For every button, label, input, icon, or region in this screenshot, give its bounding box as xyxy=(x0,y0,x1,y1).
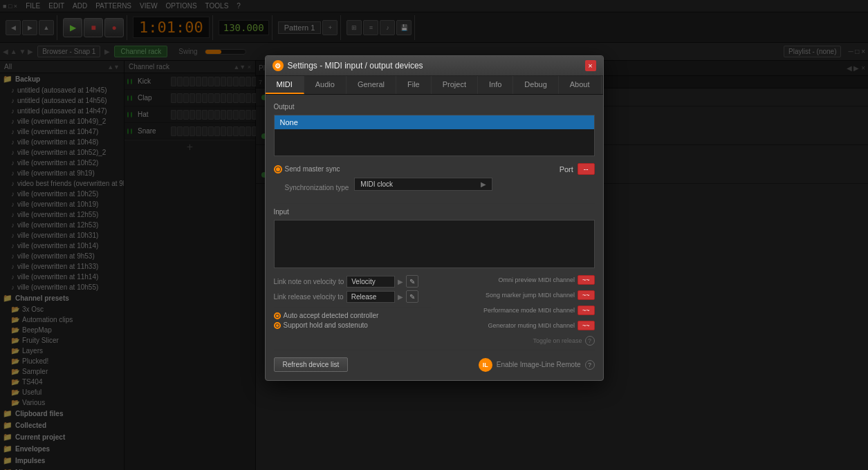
tab-debug[interactable]: Debug xyxy=(513,76,558,94)
modal-titlebar: ⚙ Settings - MIDI input / output devices… xyxy=(266,56,603,76)
output-section-label: Output xyxy=(274,103,595,111)
enable-remote-info[interactable]: ? xyxy=(585,360,595,370)
link-note-edit-btn[interactable]: ✎ xyxy=(406,275,418,288)
modal-close-btn[interactable]: × xyxy=(585,60,596,71)
output-item-none[interactable]: None xyxy=(275,115,594,129)
link-release-value[interactable]: Release xyxy=(347,291,395,303)
divider-1 xyxy=(274,203,595,204)
performance-mode-btn[interactable]: ~~ xyxy=(578,306,595,315)
modal-overlay: ⚙ Settings - MIDI input / output devices… xyxy=(0,0,868,470)
sync-type-row: Synchronization type MIDI clock ▶ xyxy=(274,178,595,198)
tab-midi[interactable]: MIDI xyxy=(266,76,304,94)
input-section-label: Input xyxy=(274,208,595,216)
support-hold-row: Support hold and sostenuto xyxy=(274,321,431,329)
link-release-edit-btn[interactable]: ✎ xyxy=(406,290,418,303)
auto-accept-label: Auto accept detected controller xyxy=(284,312,379,319)
input-area[interactable] xyxy=(274,220,595,268)
support-hold-label: Support hold and sostenuto xyxy=(284,321,368,329)
tab-general[interactable]: General xyxy=(347,76,396,94)
bottom-two-col: Link note on velocity to Velocity ▶ ✎ Li… xyxy=(274,275,595,346)
port-btn[interactable]: -- xyxy=(578,163,595,175)
sync-row: Send master sync Port -- xyxy=(274,163,595,175)
tab-audio[interactable]: Audio xyxy=(304,76,347,94)
tab-file[interactable]: File xyxy=(396,76,432,94)
modal-title-icon: ⚙ xyxy=(273,60,284,71)
tab-about[interactable]: About xyxy=(559,76,602,94)
link-note-label: Link note on velocity to xyxy=(274,278,344,285)
toggle-on-release-label: Toggle on release xyxy=(533,337,582,344)
col-right: Omni preview MIDI channel ~~ Song marker… xyxy=(438,275,595,346)
sync-type-value: MIDI clock xyxy=(360,180,393,188)
modal-title: ⚙ Settings - MIDI input / output devices xyxy=(273,60,423,71)
image-line-remote-row: IL Enable Image-Line Remote ? xyxy=(479,358,595,372)
settings-modal: ⚙ Settings - MIDI input / output devices… xyxy=(265,55,604,381)
link-note-arrow: ▶ xyxy=(398,278,403,285)
port-row: Port -- xyxy=(560,163,595,175)
send-master-sync-label: Send master sync xyxy=(285,165,340,173)
auto-accept-row: Auto accept detected controller xyxy=(274,312,431,319)
generator-muting-btn[interactable]: ~~ xyxy=(578,321,595,330)
tab-project[interactable]: Project xyxy=(432,76,478,94)
sync-type-selector[interactable]: MIDI clock ▶ xyxy=(354,178,492,191)
tab-info[interactable]: Info xyxy=(478,76,513,94)
modal-title-text: Settings - MIDI input / output devices xyxy=(288,61,423,70)
song-marker-row: Song marker jump MIDI channel ~~ xyxy=(486,290,595,300)
divider-2 xyxy=(274,307,431,308)
sync-type-label: Synchronization type xyxy=(285,184,349,191)
song-marker-label: Song marker jump MIDI channel xyxy=(486,292,575,299)
generator-muting-label: Generator muting MIDI channel xyxy=(488,322,575,329)
link-release-label: Link release velocity to xyxy=(274,293,344,301)
toggle-on-release-row: Toggle on release ? xyxy=(533,336,594,346)
link-note-row: Link note on velocity to Velocity ▶ ✎ xyxy=(274,275,431,288)
enable-remote-label: Enable Image-Line Remote xyxy=(497,361,581,368)
toggle-on-release-info[interactable]: ? xyxy=(585,336,595,346)
port-label: Port xyxy=(560,165,573,173)
link-note-value[interactable]: Velocity xyxy=(347,276,395,288)
omni-preview-btn[interactable]: ~~ xyxy=(578,275,595,285)
omni-preview-row: Omni preview MIDI channel ~~ xyxy=(498,275,594,285)
performance-mode-label: Performance mode MIDI channel xyxy=(483,307,575,314)
send-master-sync-option[interactable]: Send master sync xyxy=(274,165,340,173)
bottom-row: Refresh device list IL Enable Image-Line… xyxy=(274,355,595,372)
song-marker-btn[interactable]: ~~ xyxy=(578,290,595,300)
support-hold-radio[interactable] xyxy=(274,322,281,329)
sync-type-chevron: ▶ xyxy=(481,180,486,188)
omni-preview-label: Omni preview MIDI channel xyxy=(498,276,575,283)
modal-tabs: MIDI Audio General File Project Info Deb… xyxy=(266,76,603,95)
image-line-logo: IL xyxy=(479,358,492,372)
output-list[interactable]: None xyxy=(274,115,595,156)
col-left: Link note on velocity to Velocity ▶ ✎ Li… xyxy=(274,275,431,346)
modal-body: Output None Send master sync Port -- Syn… xyxy=(266,95,603,380)
divider-3 xyxy=(274,350,595,350)
auto-accept-radio[interactable] xyxy=(274,312,281,319)
refresh-device-list-btn[interactable]: Refresh device list xyxy=(274,357,349,372)
generator-muting-row: Generator muting MIDI channel ~~ xyxy=(488,321,594,330)
link-release-arrow: ▶ xyxy=(398,293,403,301)
link-release-row: Link release velocity to Release ▶ ✎ xyxy=(274,290,431,303)
performance-mode-row: Performance mode MIDI channel ~~ xyxy=(483,306,595,315)
send-master-sync-radio[interactable] xyxy=(274,165,282,173)
